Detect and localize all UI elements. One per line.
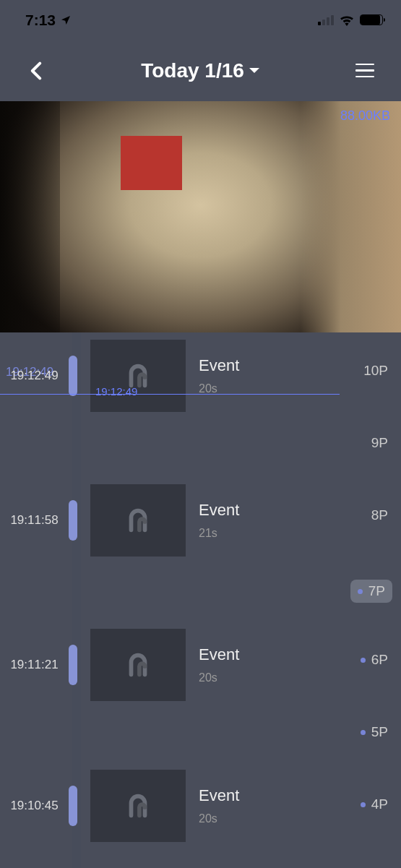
hour-label[interactable]: 6P [361,652,388,668]
event-info: Event20s [199,645,239,684]
camera-preview[interactable]: 88.00KB [0,101,401,332]
bitrate-overlay: 88.00KB [340,108,390,124]
cell-signal-icon [318,15,334,25]
event-time: 19:10:45 [0,799,69,813]
hour-label[interactable]: 8P [371,507,388,523]
status-time: 7:13 [25,12,56,29]
wifi-icon [339,14,355,26]
hour-label[interactable]: 7P [350,580,392,603]
hour-dot-icon [358,589,363,594]
hour-label[interactable]: 4P [361,796,388,812]
event-thumbnail[interactable] [90,770,186,842]
battery-icon [360,14,383,25]
hour-text: 4P [371,796,388,812]
event-info: Event21s [199,501,239,540]
event-timeline[interactable]: 19:12:49 19:12:49 10P9P8P7P6P5P4P 19:12:… [0,332,401,868]
hour-text: 8P [371,507,388,523]
chevron-down-icon [249,67,260,74]
event-title: Event [199,356,239,375]
event-row[interactable]: 19:12:49Event20s [0,340,340,412]
event-marker[interactable] [69,786,77,826]
event-thumbnail[interactable] [90,340,186,412]
event-thumbnail[interactable] [90,629,186,701]
event-duration: 20s [199,671,239,684]
hour-text: 7P [368,583,385,599]
hour-dot-icon [361,658,366,663]
date-picker[interactable]: Today 1/16 [141,59,260,82]
event-title: Event [199,501,239,520]
playhead-thumb-time: 19:12:49 [95,385,137,398]
chevron-left-icon [30,61,42,80]
menu-button[interactable] [350,56,379,85]
event-title: Event [199,645,239,664]
hour-text: 10P [363,363,388,379]
hour-text: 9P [371,435,388,451]
hour-label[interactable]: 5P [361,724,388,740]
event-thumbnail[interactable] [90,484,186,557]
hour-text: 6P [371,652,388,668]
hour-label[interactable]: 10P [363,363,388,379]
event-info: Event20s [199,786,239,825]
event-row[interactable]: 19:11:58Event21s [0,484,340,557]
hour-scale[interactable]: 10P9P8P7P6P5P4P [347,332,401,868]
event-time: 19:11:58 [0,513,69,528]
event-info: Event20s [199,356,239,395]
event-row[interactable]: 19:10:45Event20s [0,770,340,842]
nav-title-text: Today 1/16 [141,59,244,82]
event-marker[interactable] [69,356,77,396]
status-time-group: 7:13 [25,12,72,29]
event-marker[interactable] [69,500,77,541]
hour-dot-icon [361,802,366,807]
location-arrow-icon [60,14,72,26]
hour-label[interactable]: 9P [371,435,388,451]
event-time: 19:12:49 [0,369,69,383]
event-row[interactable]: 19:11:21Event20s [0,629,340,701]
event-time: 19:11:21 [0,658,69,672]
nav-header: Today 1/16 [0,40,401,101]
camera-image [0,101,401,332]
back-button[interactable] [22,56,51,85]
hour-text: 5P [371,724,388,740]
event-marker[interactable] [69,645,77,685]
event-duration: 20s [199,812,239,825]
hour-dot-icon [361,730,366,735]
event-title: Event [199,786,239,805]
event-duration: 21s [199,527,239,540]
playhead-line[interactable] [0,394,340,395]
status-indicators [318,14,383,26]
status-bar: 7:13 [0,0,401,40]
